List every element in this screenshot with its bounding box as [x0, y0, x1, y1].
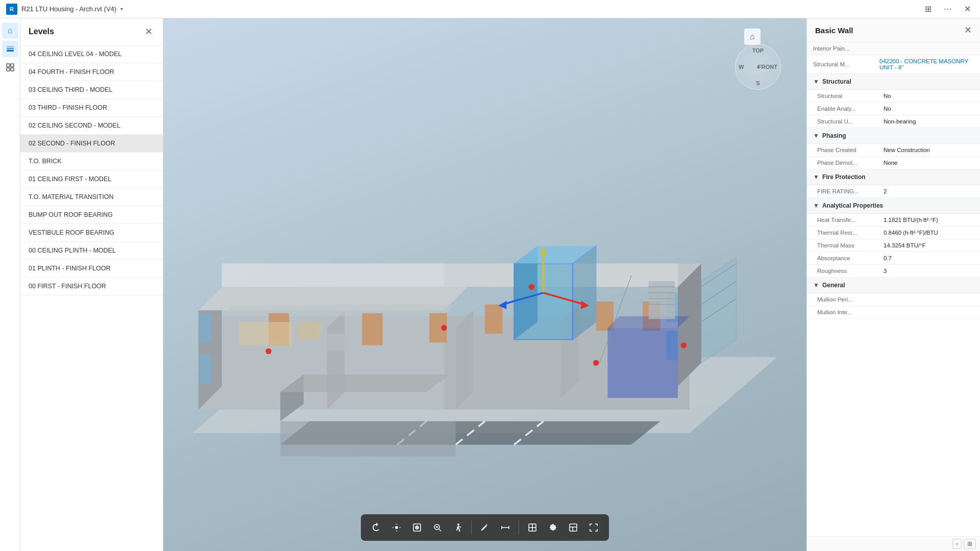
phase-demol-row: Phase Demol... None: [807, 157, 980, 169]
structural-u-value: Non-bearing: [884, 118, 972, 124]
sidebar-view-icon[interactable]: [2, 59, 18, 76]
level-item[interactable]: 01 PLINTH - FINISH FLOOR: [20, 260, 163, 278]
analytical-section-title: Analytical Properties: [822, 202, 883, 209]
thermal-mass-row: Thermal Mass 14.3254 BTU/°F: [807, 239, 980, 252]
model-tool-button[interactable]: [564, 518, 582, 537]
rotate-tool-button[interactable]: [367, 518, 385, 537]
analytical-collapse-icon: ▼: [813, 202, 819, 209]
titlebar-left: R R21 LTU Housing - Arch.rvt (V4) ▾: [6, 4, 123, 15]
fullscreen-tool-button[interactable]: [584, 518, 603, 537]
level-item[interactable]: 03 THIRD - FINISH FLOOR: [20, 99, 163, 117]
section-structural-header[interactable]: ▼ Structural: [807, 74, 980, 90]
measure-tool-button[interactable]: [476, 518, 494, 537]
phase-created-row: Phase Created New Construction: [807, 144, 980, 157]
panel-toggle-buttons: ‹ ⊞: [952, 539, 976, 549]
svg-rect-2: [7, 46, 14, 47]
svg-point-56: [681, 342, 687, 348]
level-item[interactable]: 02 SECOND - FINISH FLOOR: [20, 135, 163, 153]
absorptance-label: Absorptance: [817, 255, 884, 261]
svg-rect-28: [485, 305, 502, 334]
fire-rating-row: FIRE RATING... 2: [807, 185, 980, 198]
level-item[interactable]: T.O. BRICK: [20, 153, 163, 170]
heat-transfer-value: 1.1821 BTU/(h·ft²·°F): [884, 217, 972, 223]
more-button[interactable]: ⋯: [941, 3, 955, 15]
fire-protection-collapse-icon: ▼: [813, 173, 819, 181]
pan-tool-button[interactable]: [387, 518, 406, 537]
structural-section-title: Structural: [822, 78, 851, 85]
svg-marker-18: [222, 305, 456, 316]
svg-rect-0: [7, 50, 14, 52]
level-item[interactable]: 03 CEILING THIRD - MODEL: [20, 81, 163, 99]
level-item[interactable]: 00 CEILING PLINTH - MODEL: [20, 242, 163, 260]
section-box-tool-button[interactable]: [523, 518, 542, 537]
toolbar-separator-1: [471, 520, 472, 535]
close-button[interactable]: ✕: [961, 3, 974, 15]
panel-collapse-button[interactable]: ‹: [952, 539, 962, 549]
sidebar-layers-icon[interactable]: [2, 41, 18, 57]
zoom-region-tool-button[interactable]: [408, 518, 426, 537]
title-dropdown-arrow[interactable]: ▾: [120, 6, 123, 12]
heat-transfer-label: Heat Transfe...: [817, 217, 884, 223]
panel-grid-button[interactable]: ⊞: [964, 539, 976, 549]
general-section-title: General: [822, 282, 845, 289]
level-item[interactable]: VESTIBULE ROOF BEARING: [20, 224, 163, 242]
level-item[interactable]: 02 CEILING SECOND - MODEL: [20, 117, 163, 135]
levels-panel: Levels ✕ 04 CEILING LEVEL 04 - MODEL04 F…: [20, 18, 163, 551]
svg-rect-1: [7, 48, 14, 49]
structural-collapse-icon: ▼: [813, 78, 819, 85]
phasing-collapse-icon: ▼: [813, 132, 819, 139]
structural-row-2: Enable Analy... No: [807, 103, 980, 115]
levels-close-button[interactable]: ✕: [142, 26, 155, 38]
general-collapse-icon: ▼: [813, 282, 819, 289]
level-item[interactable]: T.O. MATERIAL TRANSITION: [20, 188, 163, 206]
mullion-peri-label: Mullion Peri...: [817, 296, 884, 303]
svg-point-58: [593, 360, 599, 366]
level-item[interactable]: 00 FIRST - FINISH FLOOR: [20, 278, 163, 295]
tablet-button[interactable]: ⊞: [922, 3, 935, 15]
svg-point-57: [265, 348, 271, 354]
level-item[interactable]: 01 CEILING FIRST - MODEL: [20, 170, 163, 188]
app-title: R21 LTU Housing - Arch.rvt (V4): [21, 5, 116, 13]
section-phasing-header[interactable]: ▼ Phasing: [807, 128, 980, 144]
svg-marker-59: [280, 421, 456, 457]
phasing-section-title: Phasing: [822, 132, 846, 139]
levels-header: Levels ✕: [20, 18, 163, 45]
viewport[interactable]: ⌂ TOP S W FRONT +: [163, 18, 806, 551]
toolbar: [361, 514, 609, 541]
properties-close-button[interactable]: ✕: [964, 24, 972, 36]
structural-value: No: [884, 93, 972, 99]
level-item[interactable]: 04 FOURTH - FINISH FLOOR: [20, 63, 163, 81]
properties-header: Basic Wall ✕: [807, 18, 980, 42]
properties-panel: Basic Wall ✕ Interior Pain... Structural…: [806, 18, 980, 551]
level-item[interactable]: BUMP OUT ROOF BEARING: [20, 206, 163, 224]
svg-marker-37: [608, 328, 678, 398]
settings-tool-button[interactable]: [544, 518, 562, 537]
phasing-rows: Phase Created New Construction Phase Dem…: [807, 144, 980, 169]
svg-rect-5: [7, 68, 10, 71]
section-analytical-header[interactable]: ▼ Analytical Properties: [807, 198, 980, 214]
sidebar-home-icon[interactable]: ⌂: [2, 22, 18, 39]
svg-rect-32: [298, 322, 321, 339]
roughness-label: Roughness: [817, 268, 884, 274]
phase-demol-label: Phase Demol...: [817, 160, 884, 166]
measure2-tool-button[interactable]: [496, 518, 514, 537]
level-item[interactable]: 04 CEILING LEVEL 04 - MODEL: [20, 45, 163, 63]
titlebar: R R21 LTU Housing - Arch.rvt (V4) ▾ ⊞ ⋯ …: [0, 0, 980, 18]
zoom-tool-button[interactable]: [428, 518, 447, 537]
titlebar-right: ⊞ ⋯ ✕: [922, 3, 974, 15]
phase-demol-value: None: [884, 160, 972, 166]
walk-tool-button[interactable]: [449, 518, 467, 537]
section-general-header[interactable]: ▼ General: [807, 278, 980, 293]
side-icons-panel: ⌂: [0, 18, 20, 551]
svg-rect-31: [239, 322, 292, 345]
interior-paint-row: Interior Pain...: [807, 42, 980, 55]
svg-rect-82: [570, 524, 577, 531]
main-area: ⌂ Levels ✕ 04 CEILING LEVEL 04 - MODEL04…: [0, 18, 980, 551]
fire-protection-rows: FIRE RATING... 2: [807, 185, 980, 198]
svg-line-72: [439, 529, 441, 531]
svg-rect-6: [11, 68, 14, 71]
enable-analy-value: No: [884, 106, 972, 112]
roughness-value: 3: [884, 268, 972, 274]
mullion-peri-row: Mullion Peri...: [807, 293, 980, 306]
section-fire-protection-header[interactable]: ▼ Fire Protection: [807, 169, 980, 185]
